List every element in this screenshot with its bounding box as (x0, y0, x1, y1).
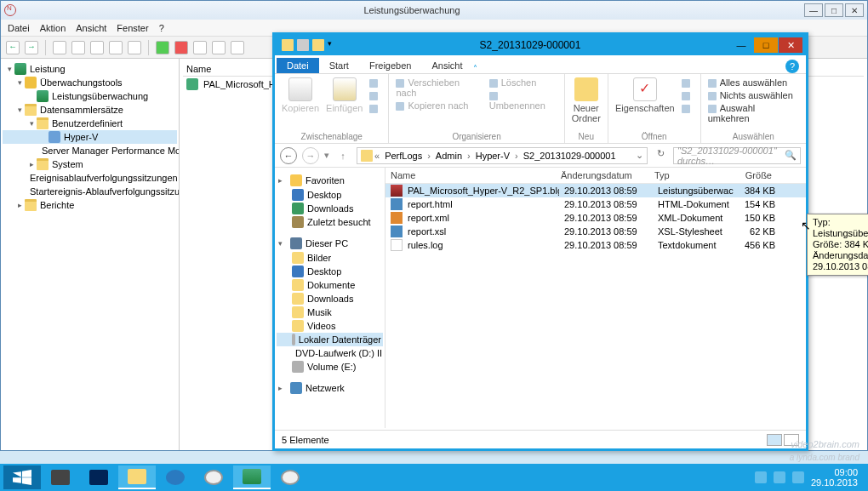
navigation-pane[interactable]: ▸Favoriten Desktop Downloads Zuletzt bes… (275, 168, 385, 428)
copy-button[interactable]: Kopieren (282, 77, 319, 113)
file-list-header[interactable]: Name Änderungsdatum Typ Größe (385, 168, 806, 184)
toolbar-icon[interactable] (231, 41, 244, 54)
menu-window[interactable]: Fenster (117, 23, 148, 33)
taskbar-item[interactable] (271, 465, 309, 489)
play-icon[interactable] (156, 41, 169, 54)
tab-ansicht[interactable]: Ansicht (421, 58, 472, 73)
tray-icon[interactable] (774, 471, 785, 483)
open-icon[interactable] (682, 77, 694, 88)
nav-item[interactable]: Desktop (277, 265, 383, 278)
nav-item[interactable]: Desktop (277, 188, 383, 202)
close-button[interactable]: ✕ (845, 3, 864, 17)
tree-item[interactable]: Hyper-V (3, 130, 177, 144)
close-button[interactable]: ✕ (779, 37, 802, 53)
nav-item[interactable]: Bilder (277, 251, 383, 265)
search-input[interactable]: "S2_20131029-000001" durchs… 🔍 (673, 147, 801, 164)
taskbar[interactable]: 09:00 29.10.2013 (0, 464, 868, 491)
maximize-button[interactable]: □ (825, 3, 843, 17)
tree-item[interactable]: ▾Überwachungstools (3, 76, 177, 89)
tree-item[interactable]: ▸Berichte (3, 198, 177, 212)
menu-action[interactable]: Aktion (40, 23, 66, 33)
taskbar-item[interactable] (80, 465, 117, 489)
nav-this-pc[interactable]: ▾Dieser PC (277, 236, 383, 251)
nav-item[interactable]: Downloads (277, 292, 383, 305)
toolbar-icon[interactable] (212, 41, 226, 54)
nav-item[interactable]: Zuletzt besucht (277, 215, 383, 229)
select-all-button[interactable]: Alles auswählen (708, 77, 799, 88)
history-icon[interactable] (682, 103, 694, 113)
menu-file[interactable]: Datei (8, 23, 30, 33)
help-icon[interactable]: ? (785, 60, 799, 73)
tree-item[interactable]: ▸System (3, 157, 177, 171)
tree-root[interactable]: ▾ Leistung (3, 62, 177, 76)
nav-item[interactable]: DVD-Laufwerk (D:) II (277, 346, 383, 360)
view-details-button[interactable] (767, 434, 782, 446)
tree-item[interactable]: Server Manager Performance Monitor (3, 144, 177, 157)
tree-panel[interactable]: ▾ Leistung ▾ÜberwachungstoolsLeistungsüb… (1, 59, 180, 450)
toolbar-icon[interactable] (90, 41, 104, 54)
nav-item[interactable]: Videos (277, 319, 383, 333)
taskbar-item[interactable] (195, 465, 232, 489)
file-row[interactable]: PAL_Microsoft_Hyper-V_R2_SP1.blg29.10.20… (385, 184, 806, 197)
column-date[interactable]: Änderungsdatum (556, 168, 649, 183)
toolbar-icon[interactable] (109, 41, 123, 54)
up-button[interactable]: ↑ (334, 147, 351, 164)
ribbon-collapse-icon[interactable]: ˄ (473, 64, 477, 73)
maximize-button[interactable]: □ (754, 37, 778, 53)
file-list[interactable]: Name Änderungsdatum Typ Größe PAL_Micros… (385, 168, 806, 428)
column-type[interactable]: Typ (649, 168, 730, 183)
copypath-icon[interactable] (369, 90, 381, 100)
newfolder-icon[interactable] (312, 39, 324, 51)
tab-freigeben[interactable]: Freigeben (359, 58, 422, 73)
system-tray[interactable]: 09:00 29.10.2013 (755, 467, 865, 488)
breadcrumb-seg[interactable]: Hyper-V (472, 151, 513, 161)
folder-icon[interactable] (282, 39, 294, 51)
move-to-button[interactable]: Verschieben nach (396, 77, 482, 98)
clock[interactable]: 09:00 29.10.2013 (811, 467, 858, 488)
nav-favorites[interactable]: ▸Favoriten (277, 173, 383, 188)
refresh-button[interactable]: ↻ (653, 148, 668, 163)
toolbar-icon[interactable] (193, 41, 207, 54)
pastelink-icon[interactable] (369, 103, 381, 113)
toolbar-icon[interactable] (128, 41, 141, 54)
delete-button[interactable]: Löschen (489, 77, 557, 88)
taskbar-item-perfmon[interactable] (233, 465, 271, 489)
column-name[interactable]: Name (385, 168, 556, 183)
tree-item[interactable]: Leistungsüberwachung (3, 89, 177, 103)
nav-item[interactable]: Dokumente (277, 278, 383, 292)
menu-view[interactable]: Ansicht (76, 23, 106, 33)
cut-icon[interactable] (369, 77, 381, 88)
stop-icon[interactable] (174, 41, 188, 54)
copy-to-button[interactable]: Kopieren nach (396, 100, 482, 111)
nav-item[interactable]: Downloads (277, 202, 383, 215)
back-icon[interactable] (6, 41, 20, 54)
tree-item[interactable]: ▾Datensammlersätze (3, 103, 177, 117)
paste-button[interactable]: Einfügen (326, 77, 363, 113)
breadcrumb[interactable]: « PerfLogs› Admin› Hyper-V› S2_20131029-… (357, 147, 648, 164)
nav-item[interactable]: Musik (277, 305, 383, 319)
back-button[interactable]: ← (280, 147, 297, 164)
properties-button[interactable]: ✓Eigenschaften (615, 77, 675, 113)
tree-item[interactable]: Startereignis-Ablaufverfolgungssitzungen (3, 185, 177, 198)
forward-button[interactable]: → (302, 147, 319, 164)
file-row[interactable]: report.xsl29.10.2013 08:59XSL-Stylesheet… (385, 225, 806, 238)
perfmon-titlebar[interactable]: Leistungsüberwachung — □ ✕ (1, 1, 867, 20)
tray-icon[interactable] (755, 471, 767, 483)
props-icon[interactable] (297, 39, 309, 51)
toolbar-icon[interactable] (53, 41, 66, 54)
breadcrumb-seg[interactable]: S2_20131029-000001 (520, 151, 620, 161)
file-row[interactable]: report.html29.10.2013 08:59HTML-Dokument… (385, 197, 806, 211)
taskbar-item-explorer[interactable] (118, 465, 156, 489)
menu-help[interactable]: ? (159, 23, 164, 33)
minimize-button[interactable]: — (729, 37, 753, 53)
breadcrumb-dropdown-icon[interactable]: ⌄ (636, 150, 643, 161)
select-none-button[interactable]: Nichts auswählen (708, 90, 799, 100)
nav-item[interactable]: Volume (E:) (277, 360, 383, 374)
tab-start[interactable]: Start (319, 58, 359, 73)
forward-icon[interactable] (25, 41, 38, 54)
nav-network[interactable]: ▸Netzwerk (277, 380, 383, 396)
start-button[interactable] (3, 465, 41, 489)
breadcrumb-seg[interactable]: PerfLogs (381, 151, 425, 161)
file-row[interactable]: report.xml29.10.2013 08:59XML-Dokument15… (385, 211, 806, 225)
edit-icon[interactable] (682, 90, 694, 100)
